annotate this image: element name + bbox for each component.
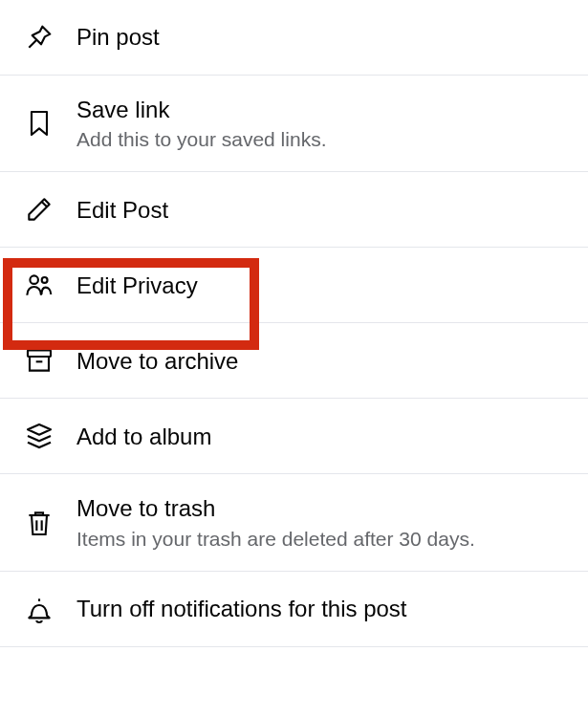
menu-item-edit-privacy[interactable]: Edit Privacy	[0, 248, 588, 323]
archive-icon	[21, 342, 57, 379]
menu-item-title: Edit Post	[76, 195, 168, 225]
post-actions-menu: Pin post Save link Add this to your save…	[0, 0, 588, 647]
svg-point-3	[42, 277, 48, 283]
pencil-icon	[21, 191, 57, 228]
trash-icon	[21, 505, 57, 541]
menu-item-move-to-archive[interactable]: Move to archive	[0, 323, 588, 399]
menu-item-title: Pin post	[76, 22, 160, 52]
svg-line-0	[29, 40, 36, 48]
bell-icon	[21, 591, 57, 627]
menu-item-pin-post[interactable]: Pin post	[0, 0, 588, 76]
pin-icon	[21, 19, 57, 55]
menu-item-title: Move to trash	[76, 493, 475, 523]
menu-item-title: Move to archive	[76, 346, 238, 376]
menu-item-title: Turn off notifications for this post	[76, 594, 407, 623]
svg-line-1	[42, 202, 47, 206]
bookmark-icon	[21, 105, 57, 141]
menu-item-move-to-trash[interactable]: Move to trash Items in your trash are de…	[0, 474, 588, 571]
menu-item-subtitle: Add this to your saved links.	[76, 126, 326, 152]
menu-item-subtitle: Items in your trash are deleted after 30…	[76, 526, 475, 552]
people-icon	[21, 267, 57, 303]
menu-item-add-to-album[interactable]: Add to album	[0, 399, 588, 474]
menu-item-save-link[interactable]: Save link Add this to your saved links.	[0, 76, 588, 172]
menu-item-title: Add to album	[76, 422, 211, 451]
album-icon	[21, 418, 57, 454]
menu-item-title: Save link	[76, 95, 326, 124]
svg-rect-4	[28, 351, 51, 358]
menu-item-turn-off-notifications[interactable]: Turn off notifications for this post	[0, 572, 588, 647]
menu-item-edit-post[interactable]: Edit Post	[0, 172, 588, 248]
menu-item-title: Edit Privacy	[76, 271, 198, 300]
svg-point-2	[30, 276, 38, 285]
